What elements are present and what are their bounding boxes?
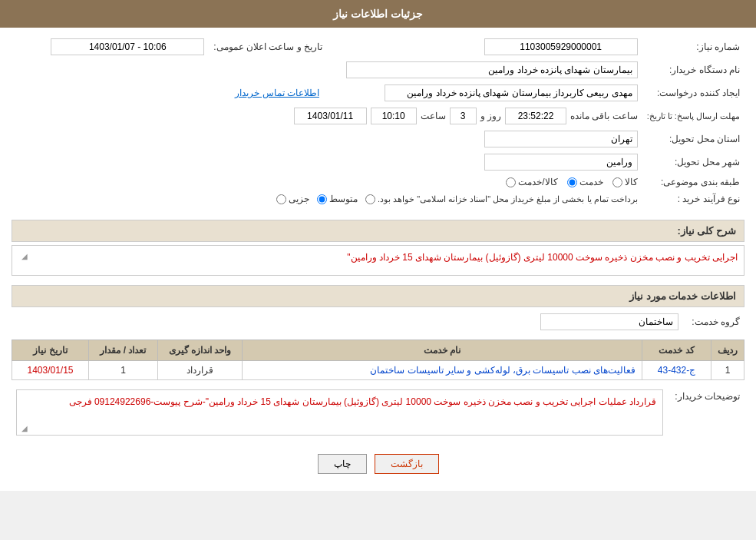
category-service-radio[interactable]	[567, 177, 577, 187]
service-group-label: گروه خدمت:	[683, 310, 744, 333]
buyer-description-box: قرارداد عملیات اجرایی تخریب و نصب مخزن ذ…	[16, 389, 663, 436]
buyer-desc-row: توضیحات خریدار: قرارداد عملیات اجرایی تخ…	[12, 386, 744, 439]
remaining-days-input[interactable]	[450, 108, 477, 124]
col-date: تاریخ نیاز	[12, 340, 89, 361]
need-number-value-cell	[342, 35, 642, 58]
need-number-label: شماره نیاز:	[642, 35, 744, 58]
buyer-desc-label: توضیحات خریدار:	[668, 386, 744, 439]
creator-link-cell: اطلاعات تماس خریدار	[12, 81, 327, 104]
province-row: استان محل تحویل:	[12, 128, 744, 151]
buyer-desc-table: توضیحات خریدار: قرارداد عملیات اجرایی تخ…	[12, 386, 744, 439]
purchase-medium-radio[interactable]	[317, 194, 327, 204]
city-row: شهر محل تحویل:	[12, 151, 744, 174]
need-description-content: شرح کلی نیاز: اجرایی تخریب و نصب مخزن ذخ…	[12, 214, 744, 279]
buyer-org-label: نام دستگاه خریدار:	[642, 58, 744, 81]
services-section-title: اطلاعات خدمات مورد نیاز	[12, 285, 744, 307]
purchase-partial-radio[interactable]	[276, 194, 286, 204]
buyer-org-input[interactable]	[346, 61, 638, 78]
col-row-num: ردیف	[711, 340, 744, 361]
purchase-type-label: نوع فرآیند خرید :	[642, 190, 744, 207]
need-description-text: اجرایی تخریب و نصب مخزن ذخیره سوخت 10000…	[347, 252, 738, 263]
need-description-title: شرح کلی نیاز:	[12, 220, 744, 242]
province-label: استان محل تحویل:	[642, 128, 744, 151]
buyer-org-cell	[12, 58, 642, 81]
purchase-type-row: نوع فرآیند خرید : جزیی متوسط برداخت تمام…	[12, 190, 744, 207]
services-table: ردیف کد خدمت نام خدمت واحد اندازه گیری ت…	[12, 340, 744, 380]
category-goods-service-radio[interactable]	[506, 177, 516, 187]
announce-date-cell	[12, 35, 209, 58]
announce-date-label: تاریخ و ساعت اعلان عمومی:	[209, 35, 327, 58]
announce-date-input[interactable]	[51, 38, 204, 55]
cell-service-name: فعالیت‌های نصب تاسیسات برق، لوله‌کشی و س…	[243, 361, 642, 380]
purchase-partial-item: جزیی	[276, 194, 309, 204]
category-goods-service-item: کالا/خدمت	[506, 177, 557, 187]
col-service-code: کد خدمت	[642, 340, 711, 361]
service-group-input[interactable]	[540, 313, 678, 330]
category-row: طبقه بندی موضوعی: کالا/خدمت خدمت کالا	[12, 174, 744, 190]
remaining-time-input[interactable]	[505, 108, 566, 124]
category-service-item: خدمت	[567, 177, 603, 187]
page-container: جزئیات اطلاعات نیاز شماره نیاز: تاریخ و …	[0, 0, 756, 491]
creator-input[interactable]	[385, 84, 638, 101]
cell-quantity: 1	[89, 361, 158, 380]
purchase-type-container: جزیی متوسط برداخت تمام یا بخشی از مبلغ خ…	[16, 194, 638, 204]
deadline-time-label: ساعت	[421, 111, 446, 121]
creator-row: ایجاد کننده درخواست: اطلاعات تماس خریدار	[12, 81, 744, 104]
need-number-row: شماره نیاز: تاریخ و ساعت اعلان عمومی:	[12, 35, 744, 58]
col-service-name: نام خدمت	[243, 340, 642, 361]
deadline-label: مهلت ارسال پاسخ: تا تاریخ:	[642, 104, 744, 128]
back-button[interactable]: بازگشت	[375, 454, 439, 474]
main-form-table: شماره نیاز: تاریخ و ساعت اعلان عمومی: نا…	[12, 35, 744, 207]
remaining-time-container: ساعت باقی مانده روز و ساعت	[16, 108, 638, 124]
service-group-table: گروه خدمت:	[12, 310, 744, 333]
need-number-input[interactable]	[484, 38, 638, 55]
resize-handle-icon[interactable]: ◢	[18, 252, 28, 261]
city-input[interactable]	[484, 154, 638, 171]
cell-date: 1403/01/15	[12, 361, 89, 380]
purchase-medium-label: متوسط	[329, 194, 358, 204]
cell-row-num: 1	[711, 361, 744, 380]
category-goods-radio[interactable]	[612, 177, 622, 187]
remaining-days-label: روز و	[480, 111, 501, 121]
buyer-description-content: توضیحات خریدار: قرارداد عملیات اجرایی تخ…	[12, 386, 744, 445]
category-goods-label: کالا	[625, 177, 638, 187]
province-input[interactable]	[484, 131, 638, 147]
service-group-row: گروه خدمت:	[12, 310, 744, 333]
content-area: شماره نیاز: تاریخ و ساعت اعلان عمومی: نا…	[0, 28, 756, 491]
cell-service-code: ج-432-43	[642, 361, 711, 380]
table-row: 1 ج-432-43 فعالیت‌های نصب تاسیسات برق، ل…	[12, 361, 744, 380]
buyer-org-row: نام دستگاه خریدار:	[12, 58, 744, 81]
buyer-desc-resize-icon[interactable]: ◢	[18, 424, 28, 433]
col-quantity: تعداد / مقدار	[89, 340, 158, 361]
category-cell: کالا/خدمت خدمت کالا	[12, 174, 642, 190]
services-table-body: 1 ج-432-43 فعالیت‌های نصب تاسیسات برق، ل…	[12, 361, 744, 380]
purchase-full-label: برداخت تمام یا بخشی از مبلغ خریداز محل "…	[378, 194, 638, 204]
city-cell	[12, 151, 642, 174]
creator-contact-link[interactable]: اطلاعات تماس خریدار	[235, 88, 319, 98]
need-description-section: شرح کلی نیاز: اجرایی تخریب و نصب مخزن ذخ…	[12, 214, 744, 279]
col-unit: واحد اندازه گیری	[158, 340, 243, 361]
services-table-head: ردیف کد خدمت نام خدمت واحد اندازه گیری ت…	[12, 340, 744, 361]
page-header: جزئیات اطلاعات نیاز	[0, 0, 756, 28]
buttons-row: بازگشت چاپ	[12, 454, 744, 474]
purchase-full-item: برداخت تمام یا بخشی از مبلغ خریداز محل "…	[365, 194, 638, 204]
city-label: شهر محل تحویل:	[642, 151, 744, 174]
purchase-full-radio[interactable]	[365, 194, 375, 204]
creator-label: ایجاد کننده درخواست:	[642, 81, 744, 104]
remaining-suffix: ساعت باقی مانده	[570, 111, 638, 121]
buyer-desc-cell: قرارداد عملیات اجرایی تخریب و نصب مخزن ذ…	[12, 386, 668, 439]
print-button[interactable]: چاپ	[318, 454, 367, 474]
category-radio-group: کالا/خدمت خدمت کالا	[16, 177, 638, 187]
purchase-type-cell: جزیی متوسط برداخت تمام یا بخشی از مبلغ خ…	[12, 190, 642, 207]
deadline-date-input[interactable]	[294, 108, 367, 124]
deadline-row: مهلت ارسال پاسخ: تا تاریخ: ساعت باقی مان…	[12, 104, 744, 128]
service-group-cell	[12, 310, 683, 333]
purchase-medium-item: متوسط	[317, 194, 358, 204]
buyer-description-section: توضیحات خریدار: قرارداد عملیات اجرایی تخ…	[12, 386, 744, 445]
need-description-box: اجرایی تخریب و نصب مخزن ذخیره سوخت 10000…	[12, 245, 744, 276]
province-cell	[12, 128, 642, 151]
buyer-description-text: قرارداد عملیات اجرایی تخریب و نصب مخزن ذ…	[69, 396, 656, 407]
deadline-time-input[interactable]	[371, 108, 417, 124]
category-label: طبقه بندی موضوعی:	[642, 174, 744, 190]
category-service-label: خدمت	[579, 177, 603, 187]
